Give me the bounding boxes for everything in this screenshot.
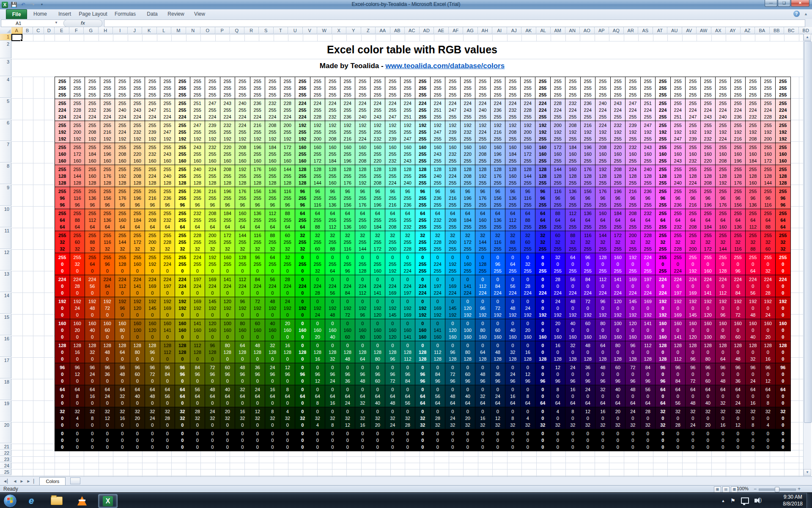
rgb-cell[interactable]: 401600 [265, 319, 280, 341]
rgb-cell[interactable]: 0224112 [355, 275, 370, 297]
rgb-cell[interactable]: 00255 [535, 253, 550, 275]
rgb-cell[interactable]: 240192 [551, 297, 565, 319]
rgb-cell[interactable]: 56640 [190, 385, 205, 407]
rgb-cell[interactable]: 32016 [716, 407, 730, 429]
rgb-cell[interactable]: 2550128 [716, 253, 730, 275]
rgb-cell[interactable]: 192192255 [535, 121, 550, 143]
rgb-cell[interactable]: 192255232 [370, 121, 385, 143]
rgb-cell[interactable]: 9696255 [535, 187, 550, 209]
rgb-cell[interactable]: 255251224 [160, 99, 175, 121]
rgb-cell[interactable]: 8864255 [551, 209, 565, 231]
rgb-cell[interactable]: 1921200 [130, 297, 145, 319]
rgb-cell[interactable]: 96136255 [505, 187, 520, 209]
rgb-cell[interactable]: 28032 [641, 407, 656, 429]
rgb-cell[interactable]: 255255255 [595, 77, 610, 99]
rgb-cell[interactable]: 255224128 [145, 165, 160, 187]
rgb-cell[interactable]: 000 [385, 429, 400, 451]
rgb-cell[interactable]: 64032 [716, 385, 730, 407]
rgb-cell[interactable]: 192216255 [491, 121, 505, 143]
rgb-cell[interactable]: 255255255 [431, 77, 445, 99]
rgb-cell[interactable]: 2241120 [115, 275, 130, 297]
rgb-cell[interactable]: 255255255 [265, 77, 280, 99]
rgb-cell[interactable]: 019224 [310, 297, 325, 319]
rgb-cell[interactable]: 255255255 [641, 77, 656, 99]
insert-function-button[interactable]: fx [63, 19, 102, 27]
rgb-cell[interactable]: 236224255 [581, 99, 595, 121]
rgb-cell[interactable]: 128224255 [445, 165, 460, 187]
column-header-AA[interactable]: AA [376, 27, 390, 34]
rgb-cell[interactable]: 255255255 [611, 77, 625, 99]
rgb-cell[interactable]: 255160160 [55, 143, 70, 165]
rgb-cell[interactable]: 3225560 [310, 231, 325, 253]
rgb-cell[interactable]: 1690192 [641, 297, 656, 319]
rgb-cell[interactable]: 019296 [355, 297, 370, 319]
rgb-cell[interactable]: 255255255 [190, 77, 205, 99]
rgb-cell[interactable]: 48096 [595, 363, 610, 385]
rgb-cell[interactable]: 1411600 [190, 319, 205, 341]
rgb-cell[interactable]: 255240128 [160, 165, 175, 187]
rgb-cell[interactable]: 0648 [310, 385, 325, 407]
rgb-cell[interactable]: 060160 [491, 319, 505, 341]
rgb-cell[interactable]: 128255255 [415, 165, 430, 187]
rgb-cell[interactable]: 232224255 [565, 99, 580, 121]
column-header-Q[interactable]: Q [230, 27, 244, 34]
rgb-cell[interactable]: 25519696 [130, 187, 145, 209]
rgb-cell[interactable]: 06448 [385, 385, 400, 407]
rgb-cell[interactable]: 1001600 [220, 319, 235, 341]
rgb-cell[interactable]: 1970224 [641, 275, 656, 297]
rgb-cell[interactable]: 224255224 [295, 99, 310, 121]
rgb-cell[interactable]: 176255128 [250, 165, 265, 187]
rgb-cell[interactable]: 255208192 [85, 121, 100, 143]
rgb-cell[interactable]: 096128 [445, 341, 460, 363]
rgb-cell[interactable]: 06096 [461, 363, 475, 385]
rgb-cell[interactable]: 000 [55, 429, 70, 451]
rgb-cell[interactable]: 201600 [280, 319, 295, 341]
rgb-cell[interactable]: 000 [731, 429, 746, 451]
rgb-cell[interactable]: 251224255 [641, 99, 656, 121]
rgb-cell[interactable]: 280224 [551, 275, 565, 297]
rgb-cell[interactable]: 255247224 [145, 99, 160, 121]
rgb-cell[interactable]: 128255192 [355, 165, 370, 187]
column-header-A[interactable]: A [11, 27, 22, 34]
rgb-cell[interactable]: 000 [160, 429, 175, 451]
rgb-cell[interactable]: 32255144 [355, 231, 370, 253]
column-header-B[interactable]: B [22, 27, 33, 34]
rgb-cell[interactable]: 3225588 [325, 231, 340, 253]
rgb-cell[interactable]: 1920120 [701, 297, 716, 319]
rgb-cell[interactable]: 16000 [55, 319, 70, 341]
rgb-cell[interactable]: 255128128 [55, 165, 70, 187]
rgb-cell[interactable]: 282240 [280, 275, 295, 297]
rgb-cell[interactable]: 960255 [581, 253, 595, 275]
rgb-cell[interactable]: 0145192 [445, 297, 460, 319]
rgb-cell[interactable]: 19200 [55, 297, 70, 319]
rgb-cell[interactable]: 960192 [595, 297, 610, 319]
rgb-cell[interactable]: 2240141 [701, 275, 716, 297]
name-box-dropdown-icon[interactable]: ▼ [53, 19, 59, 26]
rgb-cell[interactable]: 255064 [746, 253, 760, 275]
rgb-cell[interactable]: 224128255 [625, 165, 640, 187]
rgb-cell[interactable]: 20032255 [625, 231, 640, 253]
rgb-cell[interactable]: 1601410 [160, 319, 175, 341]
rgb-cell[interactable]: 255224243 [701, 99, 716, 121]
rgb-cell[interactable]: 022428 [310, 275, 325, 297]
row-header-11[interactable]: 11 [0, 228, 11, 249]
rgb-cell[interactable]: 6400 [55, 385, 70, 407]
rgb-cell[interactable]: 11625532 [250, 231, 265, 253]
rgb-cell[interactable]: 255224228 [761, 99, 776, 121]
rgb-cell[interactable]: 0128128 [415, 341, 430, 363]
sheet-nav-icon-0[interactable]: ◄▏ [3, 477, 11, 486]
rgb-cell[interactable]: 14432255 [595, 231, 610, 253]
rgb-cell[interactable]: 32012 [731, 407, 746, 429]
rgb-cell[interactable]: 32320 [175, 407, 190, 429]
rgb-cell[interactable]: 255160172 [761, 143, 776, 165]
rgb-cell[interactable]: 2242240 [175, 275, 190, 297]
rgb-cell[interactable]: 16320 [235, 407, 250, 429]
rgb-cell[interactable]: 224243255 [461, 99, 475, 121]
rgb-cell[interactable]: 224192255 [595, 121, 610, 143]
rgb-cell[interactable]: 192255247 [401, 121, 415, 143]
rgb-cell[interactable]: 0192145 [385, 297, 400, 319]
rgb-cell[interactable]: 000 [175, 429, 190, 451]
column-header-I[interactable]: I [113, 27, 128, 34]
rgb-cell[interactable]: 00128 [535, 341, 550, 363]
rgb-cell[interactable]: 1600160 [656, 319, 670, 341]
